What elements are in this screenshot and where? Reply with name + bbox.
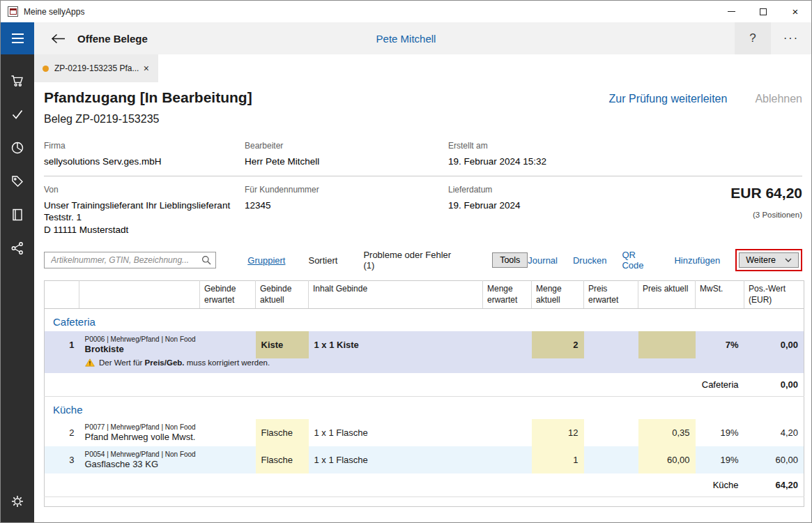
page-title: Offene Belege (77, 33, 148, 45)
tab-close-icon[interactable]: × (141, 61, 151, 75)
search-input[interactable] (49, 255, 201, 266)
link-probleme-fehler[interactable]: Probleme oder Fehler (1) (363, 250, 464, 271)
article-name: Pfand Mehrweg volle Mwst. (85, 432, 194, 442)
app-window: Meine sellyApps × Offene Belege Pete Mit… (0, 0, 812, 523)
cell-gebinde-aktuell[interactable]: Flasche (256, 446, 309, 473)
document-info: Firma sellysolutions Serv.ges.mbH Bearbe… (44, 141, 802, 236)
column-header-5: Menge erwartet (483, 281, 532, 309)
back-button[interactable] (51, 33, 66, 44)
cell-inhalt-gebinde: 1 x 1 Flasche (309, 446, 483, 473)
cell-preis-aktuell[interactable]: 0,35 (638, 419, 696, 446)
group-name[interactable]: Cafeteria (45, 309, 804, 332)
table-bottom-spacer (45, 497, 804, 507)
position-row[interactable]: 2P0077 | Mehrweg/Pfand | Non FoodPfand M… (45, 419, 804, 446)
sidebar-item-cart[interactable] (1, 64, 34, 98)
cell-mwst: 7% (696, 331, 744, 358)
field-bearbeiter: Bearbeiter Herr Pete Mitchell (245, 141, 448, 168)
field-label: Für Kundennummer (245, 185, 448, 195)
group-subtotal-row: Küche64,20 (45, 473, 804, 497)
article-name: Gasflasche 33 KG (85, 459, 194, 469)
window-titlebar: Meine sellyApps × (1, 1, 811, 22)
cell-article: P0006 | Mehrweg/Pfand | Non FoodBrotkist… (79, 331, 200, 358)
column-header-3: Gebinde aktuell (256, 281, 309, 309)
back-arrow-icon (51, 33, 66, 44)
position-row[interactable]: 1P0006 | Mehrweg/Pfand | Non FoodBrotkis… (45, 331, 804, 358)
reject-link[interactable]: Ablehnen (755, 93, 802, 105)
help-button[interactable]: ? (735, 22, 771, 54)
field-value: 19. Februar 2024 15:32 (448, 156, 802, 168)
chevron-down-icon (785, 258, 792, 262)
cell-gebinde-aktuell[interactable]: Kiste (256, 331, 309, 358)
cell-menge-erwartet (483, 446, 532, 473)
more-button[interactable]: ··· (771, 22, 811, 54)
link-qr-code[interactable]: QR Code (622, 250, 659, 271)
sidebar-item-statistics[interactable] (1, 131, 34, 165)
sidebar-item-journal[interactable] (1, 198, 34, 232)
app-icon (8, 6, 18, 17)
user-name[interactable]: Pete Mitchell (376, 33, 436, 45)
cell-menge-erwartet (483, 331, 532, 358)
von-line: Teststr. 1 (44, 211, 245, 224)
check-icon (10, 107, 24, 121)
column-header-0 (45, 281, 79, 309)
warning-message: Der Wert für Preis/Geb. muss korrigiert … (45, 358, 804, 373)
group-name[interactable]: Küche (45, 397, 804, 420)
cell-article: P0054 | Mehrweg/Pfand | Non FoodGasflasc… (79, 446, 200, 473)
field-kundennummer: Für Kundennummer 12345 (245, 185, 448, 236)
cell-gebinde-erwartet (200, 331, 256, 358)
document-tab[interactable]: ZP-0219-153235 Pfa... × (34, 54, 158, 82)
cell-gebinde-erwartet (200, 446, 256, 473)
warning-icon (85, 358, 95, 368)
tab-bar: ZP-0219-153235 Pfa... × (34, 54, 811, 82)
field-erstellt-am: Erstellt am 19. Februar 2024 15:32 (448, 141, 802, 168)
document-subtitle: Beleg ZP-0219-153235 (44, 113, 802, 126)
link-sortiert[interactable]: Sortiert (308, 255, 337, 266)
link-drucken[interactable]: Drucken (573, 255, 606, 266)
sidebar-item-tasks[interactable] (1, 98, 34, 131)
cell-preis-erwartet (584, 419, 638, 446)
maximize-button[interactable] (747, 1, 779, 22)
field-label: Von (44, 185, 245, 195)
cell-menge-aktuell[interactable]: 2 (532, 331, 584, 358)
weitere-button[interactable]: Weitere (739, 252, 799, 268)
hamburger-icon (12, 33, 24, 35)
link-journal[interactable]: Journal (528, 255, 558, 266)
column-header-9: MwSt. (696, 281, 744, 309)
minimize-button[interactable] (715, 1, 747, 22)
share-icon (10, 241, 24, 255)
link-gruppiert[interactable]: Gruppiert (247, 255, 285, 266)
cell-preis-aktuell[interactable] (638, 331, 696, 358)
pie-chart-icon (10, 141, 24, 155)
group-header-row: Cafeteria (45, 309, 804, 332)
total-amount: EUR 64,20 (650, 185, 802, 202)
cell-menge-aktuell[interactable]: 12 (532, 419, 584, 446)
link-hinzufuegen[interactable]: Hinzufügen (674, 255, 720, 266)
search-box[interactable] (44, 252, 216, 268)
forward-link[interactable]: Zur Prüfung weiterleiten (609, 93, 728, 105)
minimize-icon (728, 11, 735, 12)
field-firma: Firma sellysolutions Serv.ges.mbH (44, 141, 245, 168)
subtotal-value: 64,20 (744, 473, 804, 497)
cell-position-number: 2 (45, 419, 79, 446)
article-meta: P0077 | Mehrweg/Pfand | Non Food (85, 423, 194, 431)
position-row[interactable]: 3P0054 | Mehrweg/Pfand | Non FoodGasflas… (45, 446, 804, 473)
von-line: Unser Trainingslieferant Ihr Lieblingsli… (44, 199, 245, 212)
cell-gebinde-aktuell[interactable]: Flasche (256, 419, 309, 446)
field-von: Von Unser Trainingslieferant Ihr Lieblin… (44, 185, 245, 236)
tools-button[interactable]: Tools (492, 252, 528, 268)
cell-preis-aktuell[interactable]: 60,00 (638, 446, 696, 473)
cell-menge-aktuell[interactable]: 1 (532, 446, 584, 473)
menu-button[interactable] (1, 22, 34, 54)
field-value: sellysolutions Serv.ges.mbH (44, 156, 245, 168)
sidebar (1, 54, 34, 522)
close-button[interactable]: × (779, 1, 811, 22)
document-total: EUR 64,20 (3 Positionen) (650, 185, 802, 236)
sidebar-item-settings[interactable] (1, 485, 34, 518)
table-header-row: Gebinde erwartetGebinde aktuellInhalt Ge… (45, 281, 804, 309)
column-header-8: Preis aktuell (638, 281, 696, 309)
cell-article: P0077 | Mehrweg/Pfand | Non FoodPfand Me… (79, 419, 200, 446)
positions-table: Gebinde erwartetGebinde aktuellInhalt Ge… (44, 280, 804, 507)
sidebar-item-share[interactable] (1, 232, 34, 265)
sidebar-item-labels[interactable] (1, 165, 34, 198)
total-positions: (3 Positionen) (650, 211, 802, 219)
